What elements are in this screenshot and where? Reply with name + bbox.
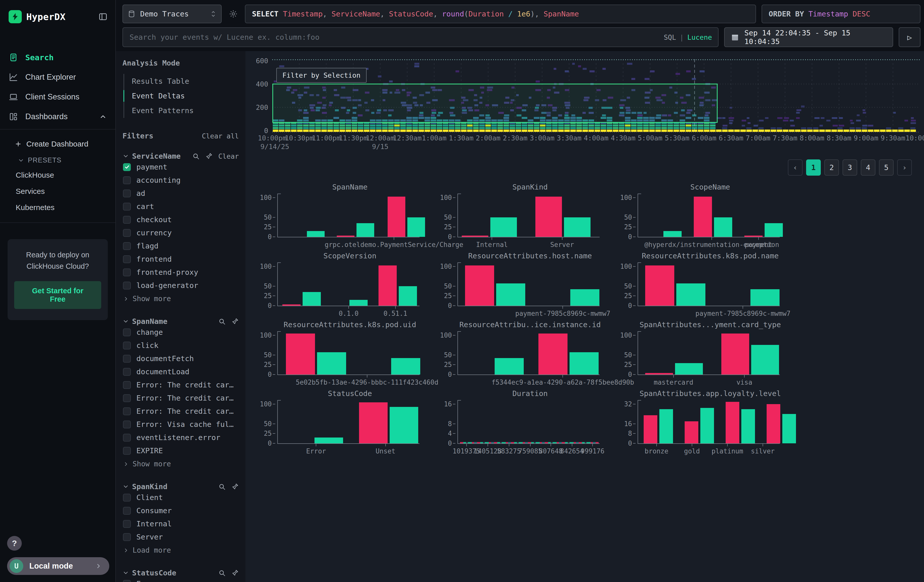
order-by-editor[interactable]: ORDER BY Timestamp DESC bbox=[762, 5, 921, 23]
bar-green[interactable] bbox=[741, 409, 755, 444]
filter-option-change[interactable]: change bbox=[122, 326, 239, 339]
filter-option-error[interactable]: Error bbox=[122, 577, 239, 582]
preset-link-clickhouse[interactable]: ClickHouse bbox=[0, 168, 116, 183]
filter-option-checkout[interactable]: checkout bbox=[122, 213, 239, 226]
analysis-mode-option-event-patterns[interactable]: Event Patterns bbox=[124, 103, 239, 118]
gear-icon[interactable] bbox=[227, 5, 239, 23]
bar-red[interactable] bbox=[645, 265, 674, 306]
lucene-mode-option[interactable]: Lucene bbox=[687, 33, 712, 41]
pin-icon[interactable] bbox=[231, 483, 239, 490]
filter-option-client[interactable]: Client bbox=[122, 491, 239, 504]
bar-red[interactable] bbox=[721, 333, 749, 374]
filter-option-click[interactable]: click bbox=[122, 339, 239, 352]
bar-red[interactable] bbox=[726, 402, 739, 444]
help-button[interactable]: ? bbox=[7, 536, 22, 551]
filter-option-documentload[interactable]: documentLoad bbox=[122, 365, 239, 378]
bar-green[interactable] bbox=[315, 437, 343, 444]
bar-green[interactable] bbox=[700, 408, 714, 444]
analysis-mode-option-results-table[interactable]: Results Table bbox=[124, 74, 239, 89]
search-icon[interactable] bbox=[218, 569, 226, 577]
filter-option-internal[interactable]: Internal bbox=[122, 517, 239, 530]
filter-group-spanname-more[interactable]: Show more bbox=[122, 457, 239, 471]
bar-red[interactable] bbox=[359, 402, 388, 444]
filter-option-error-the-credit-card-[interactable]: Error: The credit card (… bbox=[122, 405, 239, 418]
bar-red[interactable] bbox=[388, 196, 405, 237]
checkbox[interactable] bbox=[123, 420, 131, 429]
search-icon[interactable] bbox=[192, 152, 200, 160]
filter-by-selection-button[interactable]: Filter by Selection bbox=[276, 68, 366, 83]
bar-green[interactable] bbox=[391, 358, 420, 374]
bar-red[interactable] bbox=[685, 421, 698, 444]
bar-green[interactable] bbox=[676, 284, 705, 306]
filter-option-currency[interactable]: currency bbox=[122, 226, 239, 239]
bar-green[interactable] bbox=[389, 407, 418, 444]
sidebar-item-search[interactable]: Search bbox=[0, 48, 116, 67]
filter-option-frontend[interactable]: frontend bbox=[122, 252, 239, 266]
bar-red[interactable] bbox=[535, 196, 562, 237]
checkbox[interactable] bbox=[123, 216, 131, 224]
bar-red[interactable] bbox=[644, 415, 657, 444]
bar-green[interactable] bbox=[782, 414, 796, 444]
date-range-picker[interactable]: Sep 14 22:04:35 - Sep 15 10:04:35 bbox=[724, 27, 893, 47]
bar-green[interactable] bbox=[350, 300, 368, 306]
checkbox[interactable] bbox=[123, 190, 131, 197]
filter-option-server[interactable]: Server bbox=[122, 530, 239, 544]
checkbox[interactable] bbox=[123, 355, 131, 363]
presets-toggle[interactable]: PRESETS bbox=[0, 153, 116, 166]
analysis-mode-option-event-deltas[interactable]: Event Deltas bbox=[124, 89, 239, 103]
pin-icon[interactable] bbox=[231, 318, 239, 325]
checkbox[interactable] bbox=[123, 533, 131, 541]
filter-option-frontend-proxy[interactable]: frontend-proxy bbox=[122, 266, 239, 279]
checkbox[interactable] bbox=[123, 229, 131, 237]
pin-icon[interactable] bbox=[205, 152, 213, 160]
sql-select-editor[interactable]: SELECT Timestamp, ServiceName, StatusCod… bbox=[245, 5, 756, 23]
bar-green[interactable] bbox=[496, 284, 525, 306]
bar-green[interactable] bbox=[751, 289, 780, 306]
checkbox[interactable] bbox=[123, 242, 131, 250]
preset-link-kubernetes[interactable]: Kubernetes bbox=[0, 200, 116, 215]
bar-green[interactable] bbox=[356, 223, 374, 237]
checkbox[interactable] bbox=[123, 407, 131, 415]
checkbox[interactable] bbox=[123, 256, 131, 263]
checkbox[interactable] bbox=[123, 176, 131, 184]
bar-red[interactable] bbox=[767, 404, 780, 444]
source-select[interactable]: Demo Traces bbox=[122, 5, 222, 23]
bar-green[interactable] bbox=[751, 345, 779, 374]
search-icon[interactable] bbox=[218, 318, 226, 325]
filter-option-payment[interactable]: payment bbox=[122, 160, 239, 173]
bar-red[interactable] bbox=[694, 196, 712, 237]
filter-option-ad[interactable]: ad bbox=[122, 187, 239, 200]
pagination-page-2[interactable]: 2 bbox=[824, 160, 839, 176]
checkbox[interactable] bbox=[123, 163, 131, 171]
filter-option-eventlistener-error[interactable]: eventListener.error bbox=[122, 431, 239, 444]
sidebar-item-client-sessions[interactable]: Client Sessions bbox=[0, 87, 116, 107]
bar-green[interactable] bbox=[317, 352, 346, 374]
heatmap-plot[interactable]: Filter by Selection bbox=[272, 58, 920, 133]
create-dashboard-button[interactable]: Create Dashboard bbox=[0, 137, 116, 151]
bar-red[interactable] bbox=[645, 373, 673, 374]
bar-green[interactable] bbox=[307, 231, 325, 237]
sql-mode-option[interactable]: SQL bbox=[664, 33, 676, 41]
sidebar-item-chart-explorer[interactable]: Chart Explorer bbox=[0, 67, 116, 87]
filter-group-name-statuscode[interactable]: StatusCode bbox=[122, 569, 214, 577]
checkbox[interactable] bbox=[123, 580, 131, 582]
filter-group-name-servicename[interactable]: ServiceName bbox=[122, 152, 188, 160]
bar-green[interactable] bbox=[408, 218, 425, 237]
search-input[interactable] bbox=[129, 33, 659, 42]
pagination-page-5[interactable]: 5 bbox=[879, 160, 894, 176]
checkbox[interactable] bbox=[123, 341, 131, 350]
filter-option-expire[interactable]: EXPIRE bbox=[122, 444, 239, 457]
filter-option-load-generator[interactable]: load-generator bbox=[122, 279, 239, 292]
filter-option-error-the-credit-card-[interactable]: Error: The credit card (… bbox=[122, 391, 239, 405]
search-icon[interactable] bbox=[218, 483, 226, 490]
checkbox[interactable] bbox=[123, 520, 131, 528]
pagination-page-4[interactable]: 4 bbox=[861, 160, 875, 176]
filter-group-name-spankind[interactable]: SpanKind bbox=[122, 482, 214, 491]
checkbox[interactable] bbox=[123, 434, 131, 442]
checkbox[interactable] bbox=[123, 447, 131, 455]
checkbox[interactable] bbox=[123, 203, 131, 211]
bar-red[interactable] bbox=[337, 236, 355, 237]
bar-green[interactable] bbox=[303, 292, 321, 306]
pin-icon[interactable] bbox=[231, 569, 239, 577]
local-mode-pill[interactable]: U Local mode bbox=[7, 557, 109, 575]
